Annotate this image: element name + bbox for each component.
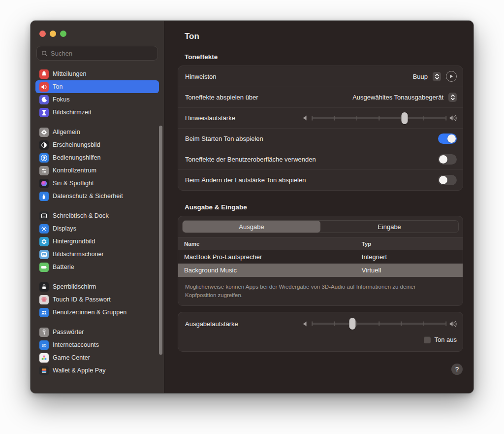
slider-track[interactable] <box>312 318 446 330</box>
sidebar-item-label: Erscheinungsbild <box>53 141 100 148</box>
search-placeholder: Suchen <box>51 50 72 57</box>
sidebar-item-allgemein[interactable]: Allgemein <box>35 126 159 138</box>
volume-change-sound-label: Beim Ändern der Lautstärke Ton abspielen <box>185 176 306 184</box>
output-input-card: Ausgabe Eingabe Name Typ MacBook Pro-Lau… <box>178 216 463 306</box>
at-icon: @ <box>39 340 49 350</box>
chevron-up-down-icon <box>435 73 440 80</box>
sidebar-item-label: Kontrollzentrum <box>53 167 96 174</box>
close-button[interactable] <box>39 31 46 37</box>
output-volume-row: Ausgabelautstärke <box>178 312 463 335</box>
sun-icon <box>39 224 49 234</box>
accessibility-icon <box>39 153 49 163</box>
sidebar-item-touch-id[interactable]: Touch ID & Passwort <box>35 293 159 306</box>
sidebar-item-siri-spotlight[interactable]: Siri & Spotlight <box>35 177 159 190</box>
sidebar-item-label: Bildschirmzeit <box>53 109 92 116</box>
toggle-knob <box>439 176 447 184</box>
ui-sound-effects-label: Toneffekte der Benutzeroberfläche verwen… <box>185 156 316 163</box>
sidebar-item-bildschirmzeit[interactable]: Bildschirmzeit <box>35 106 159 119</box>
sidebar-item-label: Touch ID & Passwort <box>53 296 111 303</box>
slider-tick <box>445 116 446 120</box>
slider-thumb[interactable] <box>401 112 408 124</box>
sidebar-item-fokus[interactable]: Fokus <box>35 93 159 106</box>
traffic-lights <box>35 21 159 37</box>
sidebar-item-erscheinungsbild[interactable]: Erscheinungsbild <box>35 138 159 151</box>
volume-change-sound-toggle[interactable] <box>438 175 457 185</box>
startup-sound-toggle[interactable] <box>438 134 457 144</box>
spatial-audio-footnote: Möglicherweise können Apps bei der Wiede… <box>178 277 454 305</box>
sidebar-list: Mitteilungen Ton Fokus Bildschirmzeit <box>35 67 159 377</box>
play-alert-sound-button[interactable] <box>446 71 457 82</box>
ui-sound-effects-toggle[interactable] <box>438 154 457 165</box>
sidebar-item-ton[interactable]: Ton <box>35 80 159 93</box>
output-volume-slider[interactable] <box>303 318 457 330</box>
ui-sound-effects-row: Toneffekte der Benutzeroberfläche verwen… <box>178 149 463 169</box>
wallet-icon <box>39 366 49 375</box>
battery-icon <box>39 263 49 272</box>
slider-thumb[interactable] <box>349 318 355 330</box>
table-row[interactable]: MacBook Pro-Lautsprecher Integriert <box>178 250 463 264</box>
search-input[interactable]: Suchen <box>36 46 158 61</box>
svg-text:@: @ <box>42 342 47 347</box>
search-icon <box>41 50 48 57</box>
output-volume-card: Ausgabelautstärke <box>178 312 463 352</box>
sidebar-item-label: Internetaccounts <box>53 341 99 348</box>
sidebar-scrollbar[interactable] <box>159 126 162 355</box>
sidebar-item-bildschirmschoner[interactable]: Bildschirmschoner <box>35 248 159 261</box>
minimize-button[interactable] <box>50 31 56 37</box>
desktop-icon <box>39 211 49 221</box>
mute-checkbox[interactable] <box>424 336 431 343</box>
device-type: Integriert <box>362 253 463 261</box>
sidebar-item-label: Mitteilungen <box>53 70 87 77</box>
sidebar-item-displays[interactable]: Displays <box>35 222 159 235</box>
sidebar-item-internetaccounts[interactable]: @ Internetaccounts <box>35 338 159 351</box>
sidebar-item-batterie[interactable]: Batterie <box>35 261 159 273</box>
slider-tick <box>312 322 313 326</box>
slider-track[interactable] <box>312 112 446 124</box>
output-volume-label: Ausgabelautstärke <box>185 320 238 328</box>
help-button[interactable]: ? <box>451 364 463 375</box>
alert-sound-row: Hinweiston Buup <box>178 66 463 87</box>
alert-volume-slider[interactable] <box>303 112 457 124</box>
device-name: MacBook Pro-Lautsprecher <box>178 253 362 261</box>
sidebar-item-sperrbildschirm[interactable]: Sperrbildschirm <box>35 280 159 293</box>
chevron-up-down-icon <box>450 94 455 100</box>
slider-tick <box>334 322 335 326</box>
sidebar-item-label: Ton <box>53 83 63 90</box>
sidebar-item-hintergrundbild[interactable]: Hintergrundbild <box>35 235 159 248</box>
slider-tick <box>378 322 379 326</box>
zoom-button[interactable] <box>60 31 66 37</box>
sidebar-item-passwoerter[interactable]: Passwörter <box>35 326 159 338</box>
tab-ausgabe[interactable]: Ausgabe <box>183 221 320 233</box>
device-type: Virtuell <box>362 267 463 274</box>
play-icon <box>449 74 454 79</box>
alert-volume-label: Hinweislautstärke <box>185 114 235 122</box>
screensaver-icon <box>39 250 49 259</box>
sidebar-item-kontrollzentrum[interactable]: Kontrollzentrum <box>35 164 159 177</box>
sidebar-item-schreibtisch-dock[interactable]: Schreibtisch & Dock <box>35 209 159 222</box>
sidebar-item-wallet[interactable]: Wallet & Apple Pay <box>35 364 159 377</box>
speaker-high-icon <box>449 321 457 327</box>
gear-icon <box>39 128 49 137</box>
sidebar-item-label: Fokus <box>53 96 70 103</box>
section-header-ausgabe-eingabe: Ausgabe & Eingabe <box>185 203 463 211</box>
sidebar-item-label: Siri & Spotlight <box>53 180 94 187</box>
tab-eingabe[interactable]: Eingabe <box>320 221 458 233</box>
play-through-dropdown[interactable] <box>448 93 457 102</box>
slider-tick <box>356 116 357 120</box>
table-row[interactable]: Background Music Virtuell <box>178 264 463 277</box>
startup-sound-row: Beim Starten Ton abspielen <box>178 128 463 149</box>
sidebar-item-benutzer[interactable]: Benutzer:innen & Gruppen <box>35 306 159 319</box>
toggle-knob <box>439 155 447 164</box>
sidebar-item-label: Datenschutz & Sicherheit <box>53 193 123 200</box>
sidebar-item-label: Bildschirmschoner <box>53 251 104 258</box>
alert-sound-dropdown[interactable] <box>433 72 441 81</box>
sidebar-item-datenschutz[interactable]: Datenschutz & Sicherheit <box>35 190 159 202</box>
key-icon <box>39 328 49 337</box>
slider-tick <box>356 322 357 326</box>
sidebar-item-bedienungshilfen[interactable]: Bedienungshilfen <box>35 151 159 164</box>
sidebar-item-mitteilungen[interactable]: Mitteilungen <box>35 67 159 80</box>
segmented-control-wrap: Ausgabe Eingabe <box>178 216 463 237</box>
slider-tick <box>378 116 379 120</box>
toggle-knob <box>447 134 456 143</box>
sidebar-item-game-center[interactable]: Game Center <box>35 351 159 364</box>
